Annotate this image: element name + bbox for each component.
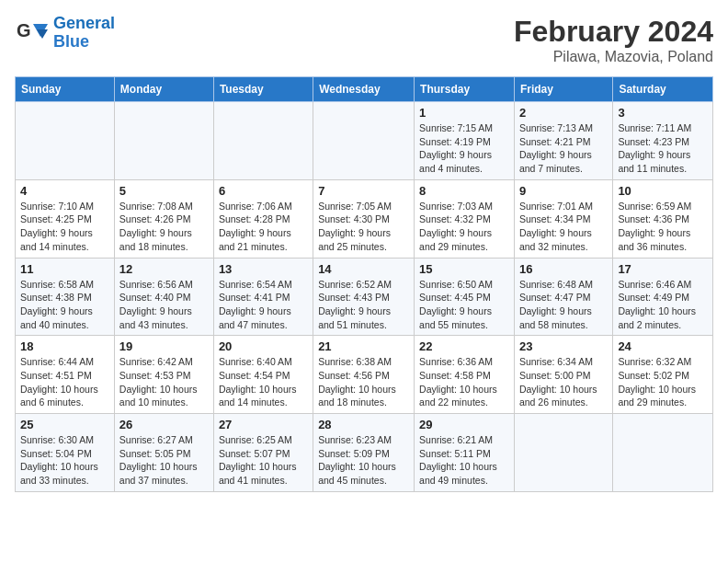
day-number: 29 [419, 418, 509, 431]
day-info: Sunrise: 6:58 AM Sunset: 4:38 PM Dayligh… [20, 278, 109, 332]
day-info: Sunrise: 7:03 AM Sunset: 4:32 PM Dayligh… [419, 200, 509, 254]
day-info: Sunrise: 6:25 AM Sunset: 5:07 PM Dayligh… [219, 433, 308, 488]
day-number: 11 [20, 262, 109, 276]
weekday-header-row: SundayMondayTuesdayWednesdayThursdayFrid… [16, 77, 713, 102]
calendar-cell [213, 102, 313, 180]
day-info: Sunrise: 7:15 AM Sunset: 4:19 PM Dayligh… [419, 121, 509, 176]
day-number: 23 [519, 339, 608, 353]
day-info: Sunrise: 6:52 AM Sunset: 4:43 PM Dayligh… [318, 278, 409, 332]
day-info: Sunrise: 6:44 AM Sunset: 4:51 PM Dayligh… [20, 355, 109, 409]
calendar-cell: 16Sunrise: 6:48 AM Sunset: 4:47 PM Dayli… [514, 258, 612, 336]
calendar-cell: 18Sunrise: 6:44 AM Sunset: 4:51 PM Dayli… [16, 336, 115, 414]
day-info: Sunrise: 6:46 AM Sunset: 4:49 PM Dayligh… [618, 278, 708, 332]
calendar-cell: 11Sunrise: 6:58 AM Sunset: 4:38 PM Dayli… [16, 258, 115, 336]
day-info: Sunrise: 6:34 AM Sunset: 5:00 PM Dayligh… [519, 355, 608, 409]
calendar-week-2: 4Sunrise: 7:10 AM Sunset: 4:25 PM Daylig… [16, 179, 713, 258]
day-number: 1 [419, 106, 509, 120]
day-info: Sunrise: 6:36 AM Sunset: 4:58 PM Dayligh… [419, 355, 509, 409]
day-info: Sunrise: 7:06 AM Sunset: 4:28 PM Dayligh… [219, 200, 308, 254]
calendar-week-4: 18Sunrise: 6:44 AM Sunset: 4:51 PM Dayli… [16, 336, 713, 414]
calendar-title: February 2024 [514, 15, 713, 49]
calendar-cell: 1Sunrise: 7:15 AM Sunset: 4:19 PM Daylig… [415, 102, 515, 180]
weekday-header-monday: Monday [114, 77, 213, 102]
weekday-header-saturday: Saturday [613, 77, 713, 102]
calendar-cell: 25Sunrise: 6:30 AM Sunset: 5:04 PM Dayli… [16, 414, 115, 492]
calendar-cell: 15Sunrise: 6:50 AM Sunset: 4:45 PM Dayli… [415, 258, 515, 336]
calendar-cell: 24Sunrise: 6:32 AM Sunset: 5:02 PM Dayli… [613, 336, 713, 414]
calendar-cell: 26Sunrise: 6:27 AM Sunset: 5:05 PM Dayli… [114, 414, 213, 492]
day-number: 26 [119, 418, 209, 431]
day-number: 15 [419, 262, 509, 276]
day-number: 9 [519, 184, 608, 198]
day-info: Sunrise: 6:30 AM Sunset: 5:04 PM Dayligh… [20, 433, 109, 488]
day-number: 5 [119, 184, 209, 198]
logo-text: General Blue [53, 15, 115, 52]
header: G General Blue February 2024 Pilawa, Maz… [15, 15, 713, 65]
day-info: Sunrise: 7:08 AM Sunset: 4:26 PM Dayligh… [119, 200, 209, 254]
day-info: Sunrise: 6:50 AM Sunset: 4:45 PM Dayligh… [419, 278, 509, 332]
day-number: 25 [20, 418, 109, 431]
title-block: February 2024 Pilawa, Mazovia, Poland [514, 15, 713, 65]
day-number: 19 [119, 339, 209, 353]
calendar-week-5: 25Sunrise: 6:30 AM Sunset: 5:04 PM Dayli… [16, 414, 713, 492]
day-info: Sunrise: 7:13 AM Sunset: 4:21 PM Dayligh… [519, 121, 608, 176]
calendar-cell: 5Sunrise: 7:08 AM Sunset: 4:26 PM Daylig… [114, 179, 213, 258]
day-number: 21 [318, 339, 409, 353]
weekday-header-sunday: Sunday [16, 77, 115, 102]
day-number: 2 [519, 106, 608, 120]
day-number: 22 [419, 339, 509, 353]
day-info: Sunrise: 6:59 AM Sunset: 4:36 PM Dayligh… [618, 200, 708, 254]
logo: G General Blue [15, 15, 115, 52]
day-info: Sunrise: 6:42 AM Sunset: 4:53 PM Dayligh… [119, 355, 209, 409]
day-number: 17 [618, 262, 708, 276]
calendar-cell: 4Sunrise: 7:10 AM Sunset: 4:25 PM Daylig… [16, 179, 115, 258]
calendar-cell: 13Sunrise: 6:54 AM Sunset: 4:41 PM Dayli… [213, 258, 313, 336]
day-number: 28 [318, 418, 409, 431]
calendar-cell: 9Sunrise: 7:01 AM Sunset: 4:34 PM Daylig… [514, 179, 612, 258]
day-number: 4 [20, 184, 109, 198]
calendar-cell: 6Sunrise: 7:06 AM Sunset: 4:28 PM Daylig… [213, 179, 313, 258]
weekday-header-tuesday: Tuesday [213, 77, 313, 102]
calendar-cell: 20Sunrise: 6:40 AM Sunset: 4:54 PM Dayli… [213, 336, 313, 414]
calendar-week-3: 11Sunrise: 6:58 AM Sunset: 4:38 PM Dayli… [16, 258, 713, 336]
calendar-cell: 27Sunrise: 6:25 AM Sunset: 5:07 PM Dayli… [213, 414, 313, 492]
calendar-cell [514, 414, 612, 492]
day-info: Sunrise: 6:32 AM Sunset: 5:02 PM Dayligh… [618, 355, 708, 409]
calendar-cell: 14Sunrise: 6:52 AM Sunset: 4:43 PM Dayli… [313, 258, 415, 336]
day-info: Sunrise: 6:54 AM Sunset: 4:41 PM Dayligh… [219, 278, 308, 332]
calendar-table: SundayMondayTuesdayWednesdayThursdayFrid… [15, 76, 713, 492]
day-info: Sunrise: 6:56 AM Sunset: 4:40 PM Dayligh… [119, 278, 209, 332]
calendar-cell: 28Sunrise: 6:23 AM Sunset: 5:09 PM Dayli… [313, 414, 415, 492]
calendar-cell: 22Sunrise: 6:36 AM Sunset: 4:58 PM Dayli… [415, 336, 515, 414]
logo-line2: Blue [53, 32, 89, 51]
calendar-cell: 7Sunrise: 7:05 AM Sunset: 4:30 PM Daylig… [313, 179, 415, 258]
calendar-cell: 3Sunrise: 7:11 AM Sunset: 4:23 PM Daylig… [613, 102, 713, 180]
day-number: 14 [318, 262, 409, 276]
day-number: 6 [219, 184, 308, 198]
calendar-cell: 21Sunrise: 6:38 AM Sunset: 4:56 PM Dayli… [313, 336, 415, 414]
calendar-cell [313, 102, 415, 180]
day-info: Sunrise: 7:01 AM Sunset: 4:34 PM Dayligh… [519, 200, 608, 254]
weekday-header-wednesday: Wednesday [313, 77, 415, 102]
calendar-subtitle: Pilawa, Mazovia, Poland [514, 49, 713, 65]
svg-marker-2 [37, 29, 48, 39]
calendar-cell: 29Sunrise: 6:21 AM Sunset: 5:11 PM Dayli… [415, 414, 515, 492]
day-number: 16 [519, 262, 608, 276]
day-number: 10 [618, 184, 708, 198]
day-number: 12 [119, 262, 209, 276]
day-info: Sunrise: 6:21 AM Sunset: 5:11 PM Dayligh… [419, 433, 509, 488]
calendar-cell: 10Sunrise: 6:59 AM Sunset: 4:36 PM Dayli… [613, 179, 713, 258]
logo-line1: General [53, 14, 115, 32]
day-info: Sunrise: 6:27 AM Sunset: 5:05 PM Dayligh… [119, 433, 209, 488]
calendar-cell [16, 102, 115, 180]
day-info: Sunrise: 7:11 AM Sunset: 4:23 PM Dayligh… [618, 121, 708, 176]
calendar-cell: 23Sunrise: 6:34 AM Sunset: 5:00 PM Dayli… [514, 336, 612, 414]
day-number: 7 [318, 184, 409, 198]
day-number: 3 [618, 106, 708, 120]
svg-text:G: G [17, 20, 31, 40]
calendar-cell [114, 102, 213, 180]
calendar-body: 1Sunrise: 7:15 AM Sunset: 4:19 PM Daylig… [16, 102, 713, 492]
weekday-header-friday: Friday [514, 77, 612, 102]
day-info: Sunrise: 6:40 AM Sunset: 4:54 PM Dayligh… [219, 355, 308, 409]
calendar-cell: 12Sunrise: 6:56 AM Sunset: 4:40 PM Dayli… [114, 258, 213, 336]
